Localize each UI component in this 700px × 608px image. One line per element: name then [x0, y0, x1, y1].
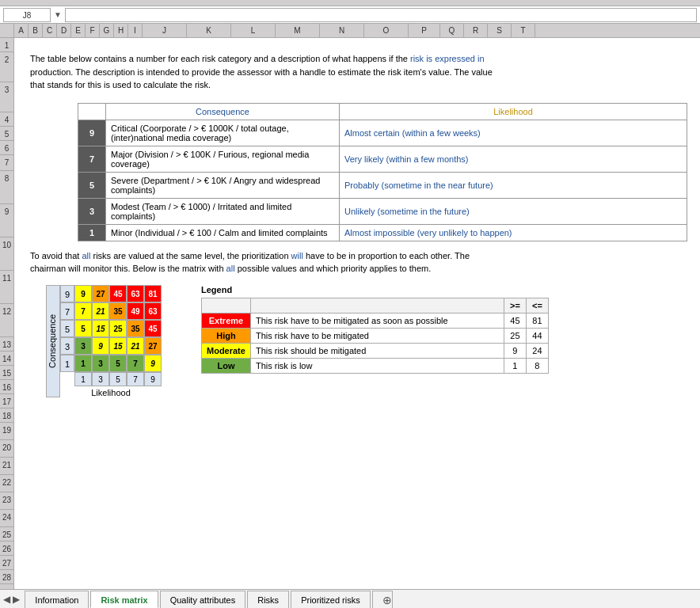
row-21[interactable]: 21 — [0, 458, 13, 475]
name-box[interactable]: J8 — [3, 8, 51, 22]
matrix-cell: 3 — [74, 337, 92, 355]
add-sheet-button[interactable]: ⊕ — [372, 591, 393, 608]
sheet-tab-information[interactable]: Information — [25, 591, 89, 608]
row-18[interactable]: 18 — [0, 408, 13, 423]
row-4[interactable]: 4 — [0, 112, 13, 127]
likelihood-cell: Very likely (within a few months) — [340, 146, 687, 172]
col-d[interactable]: D — [57, 24, 71, 37]
col-f[interactable]: F — [86, 24, 100, 37]
risk-table-row: 7 Major (Division / > € 100K / Furious, … — [78, 146, 687, 172]
sheet-tab-risks[interactable]: Risks — [247, 591, 289, 608]
legend-max-cell: 44 — [526, 328, 548, 343]
col-p[interactable]: P — [409, 24, 440, 37]
consequence-cell: Major (Division / > € 100K / Furious, re… — [106, 146, 340, 172]
row-26[interactable]: 26 — [0, 542, 13, 556]
row-3[interactable]: 3 — [0, 82, 13, 112]
second-text-cont1: risks are valued at the same level, the … — [90, 251, 291, 260]
matrix-cell: 21 — [127, 337, 144, 355]
col-l[interactable]: L — [231, 24, 276, 37]
col-r[interactable]: R — [464, 24, 488, 37]
row-20[interactable]: 20 — [0, 440, 13, 458]
row-6[interactable]: 6 — [0, 141, 13, 155]
row-28[interactable]: 28 — [0, 570, 13, 584]
col-h[interactable]: H — [114, 24, 128, 37]
risk-table-row: 9 Critical (Coorporate / > € 1000K / tot… — [78, 120, 687, 146]
row-5[interactable]: 5 — [0, 127, 13, 141]
legend-header-desc — [250, 298, 504, 313]
intro-text-plain2: production. The description is intended … — [30, 67, 493, 77]
col-s[interactable]: S — [488, 24, 512, 37]
row-1[interactable]: 1 — [0, 38, 13, 52]
row-11[interactable]: 11 — [0, 271, 13, 304]
row-23[interactable]: 23 — [0, 492, 13, 510]
col-j[interactable]: J — [143, 24, 187, 37]
row-num-spacer — [0, 24, 14, 37]
second-text-line2: chairman will monitor this. Below is the… — [30, 264, 226, 273]
row-16[interactable]: 16 — [0, 380, 13, 394]
col-q[interactable]: Q — [440, 24, 464, 37]
row-17[interactable]: 17 — [0, 394, 13, 408]
second-text-blue3: all — [226, 264, 235, 273]
formula-input[interactable] — [65, 8, 697, 22]
col-g[interactable]: G — [100, 24, 114, 37]
risk-table: Consequence Likelihood 9 Critical (Coorp… — [78, 103, 687, 241]
row-12[interactable]: 12 — [0, 304, 13, 337]
col-e[interactable]: E — [71, 24, 86, 37]
second-text-cont3: possible values and which priority appli… — [235, 264, 432, 273]
row-22[interactable]: 22 — [0, 475, 13, 492]
col-k[interactable]: K — [187, 24, 231, 37]
matrix-row: 113579 — [60, 355, 162, 372]
intro-text-plain3: that stands for this is used to calculat… — [30, 80, 211, 89]
row-numbers: 1 2 3 4 5 6 7 8 9 10 11 12 13 14 15 16 1… — [0, 38, 14, 589]
row-13[interactable]: 13 — [0, 337, 13, 352]
legend-row: High This risk have to be mitigated 25 4… — [202, 328, 549, 343]
col-n[interactable]: N — [320, 24, 364, 37]
matrix-cell: 9 — [92, 337, 109, 355]
sheet-tab-prioritized-risks[interactable]: Prioritized risks — [291, 591, 371, 608]
matrix-cell: 21 — [92, 302, 109, 320]
row-25[interactable]: 25 — [0, 527, 13, 542]
second-text-blue1: all — [82, 251, 90, 260]
row-9[interactable]: 9 — [0, 204, 13, 238]
top-bar — [0, 0, 700, 6]
col-o[interactable]: O — [364, 24, 409, 37]
sheet-tab-quality-attributes[interactable]: Quality attributes — [160, 591, 246, 608]
matrix-col-header: 3 — [92, 372, 109, 386]
col-c[interactable]: C — [43, 24, 57, 37]
nav-arrows: ▼ — [54, 10, 62, 19]
row-24[interactable]: 24 — [0, 510, 13, 527]
matrix-col-header: 1 — [74, 372, 92, 386]
legend-desc-cell: This risk have to be mitigated as soon a… — [250, 313, 504, 328]
matrix-row-label: 7 — [60, 302, 74, 320]
main-content: The table below contains a number for ea… — [14, 38, 700, 589]
row-19[interactable]: 19 — [0, 423, 13, 440]
second-text-line1: To avoid that — [30, 251, 82, 260]
row-27[interactable]: 27 — [0, 556, 13, 570]
col-m[interactable]: M — [276, 24, 320, 37]
legend-desc-cell: This risk should be mitigated — [250, 343, 504, 358]
row-14[interactable]: 14 — [0, 352, 13, 366]
risk-num-cell: 9 — [78, 120, 106, 146]
row-7[interactable]: 7 — [0, 155, 13, 171]
col-b[interactable]: B — [29, 24, 43, 37]
row-2[interactable]: 2 — [0, 52, 13, 82]
col-a[interactable]: A — [14, 24, 29, 37]
col-i[interactable]: I — [128, 24, 143, 37]
matrix-cell: 9 — [74, 285, 92, 302]
matrix-cell: 27 — [144, 337, 162, 355]
legend-header-label — [202, 298, 251, 313]
sheet-nav-arrows[interactable]: ◀ ▶ — [3, 591, 20, 608]
legend-label-cell: Moderate — [202, 343, 251, 358]
matrix-cell: 45 — [109, 285, 127, 302]
row-15[interactable]: 15 — [0, 366, 13, 380]
col-t[interactable]: T — [512, 24, 535, 37]
row-10[interactable]: 10 — [0, 238, 13, 271]
sheet-tab-risk-matrix[interactable]: Risk matrix — [90, 591, 158, 608]
matrix-cell: 5 — [74, 320, 92, 337]
matrix-cell: 15 — [92, 320, 109, 337]
likelihood-header: Likelihood — [340, 103, 687, 120]
matrix-cell: 15 — [109, 337, 127, 355]
consequence-axis-label: Consequence — [48, 314, 57, 368]
matrix-cell: 45 — [144, 320, 162, 337]
row-8[interactable]: 8 — [0, 171, 13, 204]
